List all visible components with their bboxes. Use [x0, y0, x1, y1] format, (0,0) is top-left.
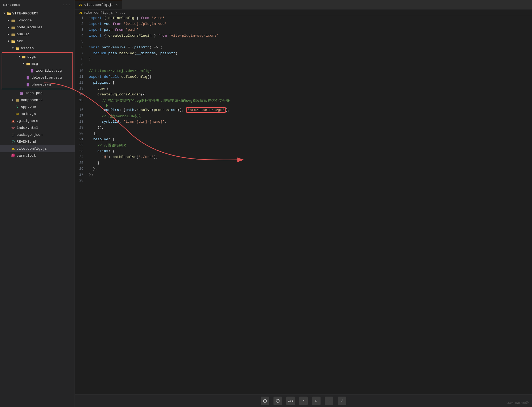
sidebar-header: EXPLORER ···: [0, 0, 75, 10]
public-arrow-icon: ▶: [6, 32, 11, 37]
src-arrow-icon: ▼: [6, 38, 11, 44]
deleteicon-label: deleteIcon.svg: [32, 75, 62, 81]
sidebar-root-folder[interactable]: ▼ VITE-PROJECT: [0, 10, 75, 17]
vscode-folder-icon: [11, 18, 16, 23]
code-line-25: 25 }: [75, 161, 532, 167]
zoom-in-button[interactable]: [261, 397, 269, 405]
phone-file-icon: [26, 82, 30, 87]
svg-rect-15: [32, 71, 33, 71]
iconedit-file-icon: [30, 68, 35, 73]
sidebar: EXPLORER ··· ▼ VITE-PROJECT ▶ .vscode ▶ …: [0, 0, 75, 407]
deleteicon-file-icon: [26, 75, 30, 80]
fullscreen-button[interactable]: ⤢: [338, 397, 346, 405]
svg-rect-8: [16, 47, 17, 48]
rotate-icon: ↻: [315, 398, 317, 403]
code-line-3: 3 import path from 'path': [75, 28, 532, 34]
sidebar-item-index-html[interactable]: <> index.html: [0, 125, 75, 131]
msg-label: msg: [32, 61, 38, 67]
code-line-9: 9: [75, 63, 532, 69]
sidebar-item-deleteicon[interactable]: deleteIcon.svg: [2, 74, 72, 81]
sidebar-item-app-vue[interactable]: V App.vue: [0, 104, 75, 111]
tab-bar: JS vite.config.js ×: [75, 0, 532, 10]
sidebar-item-yarn-lock[interactable]: 🧶 yarn.lock: [0, 152, 75, 159]
svg-rect-4: [11, 34, 15, 36]
public-folder-icon: [11, 32, 16, 37]
code-area[interactable]: 1 import { defineConfig } from 'vite' 2 …: [75, 16, 532, 394]
sidebar-item-svgs[interactable]: ▼ svgs: [2, 53, 72, 60]
svg-rect-3: [11, 27, 15, 29]
vite-config-file-icon: JS: [11, 146, 16, 151]
code-line-1: 1 import { defineConfig } from 'vite': [75, 16, 532, 22]
components-label: components: [21, 97, 43, 103]
sidebar-item-gitignore[interactable]: ◇ .gitignore: [0, 118, 75, 125]
expand-button[interactable]: ↗: [299, 397, 308, 405]
msg-folder-icon: [26, 61, 30, 66]
main-js-file-icon: JS: [15, 112, 20, 117]
zoom-out-button[interactable]: [273, 397, 282, 405]
download-button[interactable]: ⬇: [325, 397, 333, 405]
sidebar-item-vscode[interactable]: ▶ .vscode: [0, 17, 75, 24]
code-line-18: 18 symbolId: 'icon-[dir]-[name]',: [75, 120, 532, 126]
index-html-file-icon: <>: [11, 126, 16, 130]
svg-rect-1: [7, 12, 9, 13]
sidebar-menu-button[interactable]: ···: [63, 3, 71, 7]
code-line-10: 10 // https://vitejs.dev/config/: [75, 69, 532, 75]
sidebar-item-node-modules[interactable]: ▶ node_modules: [0, 24, 75, 31]
sidebar-item-main-js[interactable]: JS main.js: [0, 111, 75, 118]
vite-config-label: vite.config.js: [17, 146, 47, 152]
svg-rect-14: [32, 70, 33, 70]
main-js-label: main.js: [21, 111, 36, 117]
src-folder-icon: [11, 39, 16, 44]
readme-label: README.md: [17, 139, 36, 145]
gitignore-file-icon: ◇: [11, 119, 16, 123]
reset-zoom-button[interactable]: 1:1: [286, 397, 295, 405]
rotate-button[interactable]: ↻: [312, 397, 321, 405]
breadcrumb: JS vite.config.js > ...: [75, 10, 532, 16]
tab-close-button[interactable]: ×: [115, 3, 118, 7]
public-label: public: [17, 32, 30, 37]
code-line-2: 2 import vue from '@vitejs/plugin-vue': [75, 22, 532, 28]
code-line-8: 8 }: [75, 57, 532, 63]
code-line-22: 22 // 设置路径别名: [75, 143, 532, 149]
components-arrow-icon: ▶: [11, 97, 15, 103]
svg-point-20: [21, 92, 22, 94]
sidebar-item-assets[interactable]: ▼ assets: [0, 45, 75, 52]
svg-rect-12: [26, 63, 28, 64]
root-arrow-icon: ▼: [2, 11, 6, 17]
sidebar-item-vite-config[interactable]: JS vite.config.js: [0, 145, 75, 152]
sidebar-item-src[interactable]: ▼ src: [0, 38, 75, 45]
code-line-27: 27 }): [75, 173, 532, 179]
sidebar-item-public[interactable]: ▶ public: [0, 31, 75, 38]
yarn-lock-label: yarn.lock: [17, 153, 36, 159]
logo-label: logo.png: [25, 90, 43, 96]
code-line-7: 7 return path.resolve(__dirname, pathStr…: [75, 51, 532, 57]
node-modules-arrow-icon: ▶: [6, 25, 11, 30]
sidebar-item-components[interactable]: ▶ components: [0, 97, 75, 104]
msg-arrow-icon: ▼: [21, 61, 26, 67]
sidebar-item-package-json[interactable]: {} package.json: [0, 131, 75, 138]
index-html-label: index.html: [17, 125, 38, 131]
code-line-11: 11 export default defineConfig({: [75, 75, 532, 81]
svgs-highlight-box: ▼ svgs ▼ msg iconEdit.svg: [2, 52, 73, 89]
sidebar-item-phone[interactable]: phone.svg: [2, 81, 72, 88]
tab-vite-config[interactable]: JS vite.config.js ×: [75, 0, 122, 9]
sidebar-item-readme[interactable]: ⓘ README.md: [0, 138, 75, 145]
sidebar-item-logo[interactable]: logo.png: [0, 90, 75, 97]
gitignore-label: .gitignore: [17, 118, 38, 124]
sidebar-item-iconedit[interactable]: iconEdit.svg: [2, 67, 72, 74]
fullscreen-icon: ⤢: [340, 398, 344, 403]
code-line-17: 17 // 指定symbolId格式: [75, 114, 532, 120]
iconedit-label: iconEdit.svg: [36, 68, 62, 74]
assets-label: assets: [21, 45, 34, 51]
sidebar-item-msg[interactable]: ▼ msg: [2, 60, 72, 67]
code-line-6: 6 const pathResolve = (pathStr) => {: [75, 45, 532, 51]
code-line-13: 13 vue(),: [75, 87, 532, 92]
svgs-label: svgs: [27, 54, 36, 60]
bottom-toolbar: 1:1 ↗ ↻ ⬇ ⤢: [75, 394, 532, 407]
expand-icon: ↗: [302, 398, 304, 403]
node-modules-folder-icon: [11, 25, 16, 30]
code-line-12: 12 plugins: [: [75, 81, 532, 87]
assets-folder-icon: [15, 46, 20, 51]
components-folder-icon: [15, 98, 20, 103]
code-line-15: 15 // 指定需要缓存的svg图标文件夹，即需要识别的svg都应该放在这个文件…: [75, 98, 532, 108]
